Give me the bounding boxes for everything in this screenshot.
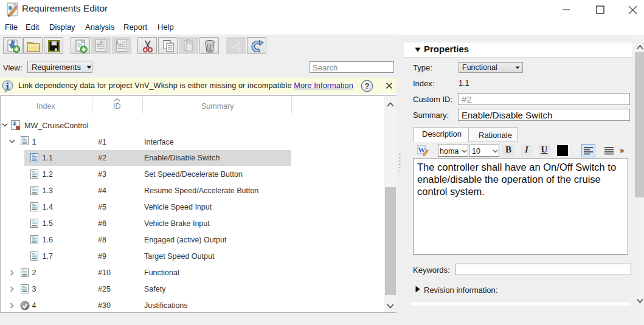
svg-text:?: ?: [365, 81, 370, 91]
